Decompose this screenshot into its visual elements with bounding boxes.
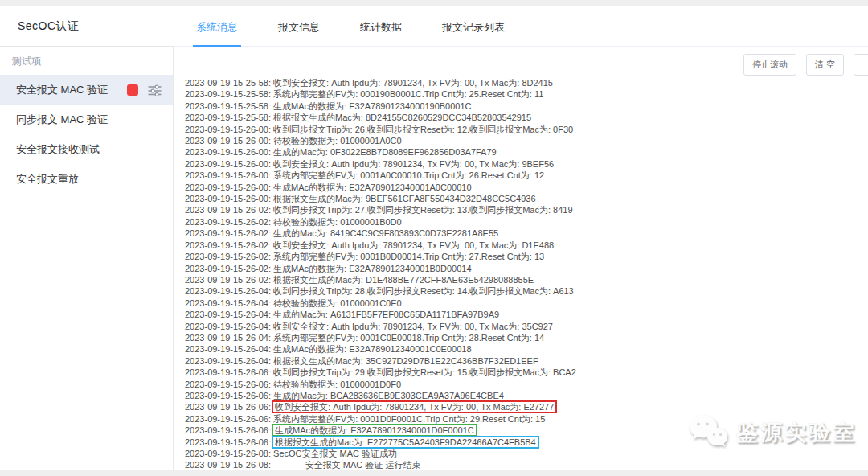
log-message: 根据报文生成的Mac为: 9BEF561CFA8F550434D32D48CC5… — [273, 194, 535, 203]
log-timestamp: 2023-09-19-15-26-08: — [185, 449, 273, 458]
sidebar-item-secure-msg-mac-verify[interactable]: 安全报文 MAC 验证 — [0, 75, 173, 105]
log-line: 2023-09-19-15-26-00: 收到同步报文Trip为: 26.收到同… — [185, 124, 868, 135]
log-line: 2023-09-19-15-26-00: 生成MAc的数据为: E32A7890… — [185, 182, 868, 193]
stop-icon[interactable] — [127, 84, 138, 96]
log-line: 2023-09-19-15-26-00: 收到安全报文: Auth Ipdu为:… — [185, 158, 868, 170]
log-message: 生成的Mac为: BCA283636EB9E303CEA9A37A96E4CBE… — [273, 391, 504, 400]
sidebar-item-sync-msg-mac-verify[interactable]: 同步报文 MAC 验证 — [0, 105, 173, 134]
sidebar-item-label: 安全报文 MAC 验证 — [16, 83, 127, 97]
log-timestamp: 2023-09-19-15-26-02: — [185, 240, 273, 250]
log-line: 2023-09-19-15-26-06: 根据报文生成的Mac为: E27277… — [185, 437, 868, 448]
tab-statistics[interactable]: 统计数据 — [357, 9, 405, 47]
log-timestamp: 2023-09-19-15-26-06: — [185, 402, 273, 412]
stop-scroll-button[interactable]: 停止滚动 — [743, 54, 796, 76]
log-timestamp: 2023-09-19-15-26-02: — [185, 264, 273, 273]
log-message: 生成的Mac为: 8419C4C9C9F803893C0D73E2281A8E5… — [273, 228, 498, 238]
log-line: 2023-09-19-15-26-08: SecOC安全报文 MAC 验证成功 — [185, 448, 868, 459]
log-panel: 停止滚动 清 空 2023-09-19-15-25-58: 收到安全报文: Au… — [174, 47, 868, 470]
sidebar-item-secure-msg-replay[interactable]: 安全报文重放 — [0, 164, 173, 194]
log-message: 收到同步报文Trip为: 26.收到同步报文Reset为: 12.收到同步报文M… — [273, 125, 573, 134]
header: SecOC认证 系统消息报文信息统计数据报文记录列表 — [0, 6, 868, 47]
log-timestamp: 2023-09-19-15-26-06: — [185, 367, 273, 377]
log-line: 2023-09-19-15-26-00: 根据报文生成的Mac为: 9BEF56… — [185, 193, 868, 204]
log-message: 生成的Mac为: A6131FB5F7EF08C65DA1171BFA97B9A… — [273, 310, 499, 319]
sidebar-item-label: 同步报文 MAC 验证 — [16, 113, 162, 127]
tab-message-info[interactable]: 报文信息 — [275, 9, 323, 47]
log-line: 2023-09-19-15-26-04: 收到安全报文: Auth Ipdu为:… — [185, 321, 868, 332]
log-line: 2023-09-19-15-26-02: 收到同步报文Trip为: 27.收到同… — [185, 204, 868, 215]
log-timestamp: 2023-09-19-15-25-58: — [185, 113, 273, 122]
sidebar: 测试项 安全报文 MAC 验证同步报文 MAC 验证安全报文接收测试安全报文重放 — [0, 47, 174, 470]
log-timestamp: 2023-09-19-15-26-00: — [185, 170, 273, 180]
log-message: 根据报文生成的Mac为: 8D24155C8260529DCC34B528035… — [273, 113, 531, 122]
log-line: 2023-09-19-15-26-04: 收到同步报文Trip为: 28.收到同… — [185, 285, 868, 297]
log-line: 2023-09-19-15-26-02: 根据报文生成的Mac为: D1E488… — [185, 274, 868, 285]
log-line: 2023-09-19-15-25-58: 生成MAc的数据为: E32A7890… — [185, 101, 868, 112]
tab-message-record-list[interactable]: 报文记录列表 — [439, 9, 508, 47]
log-timestamp: 2023-09-19-15-26-04: — [185, 344, 273, 354]
log-timestamp: 2023-09-19-15-26-08: — [185, 460, 273, 470]
log-line: 2023-09-19-15-25-58: 系统内部完整的FV为: 000190B… — [185, 88, 868, 100]
log-message: 生成MAc的数据为: E32A789012340001A0C00010 — [273, 183, 471, 192]
log-message: 待校验的数据为: 01000001B0D0 — [273, 217, 402, 227]
tab-system-messages[interactable]: 系统消息 — [193, 9, 241, 47]
log-line: 2023-09-19-15-26-06: 生成MAc的数据为: E32A7890… — [185, 425, 868, 436]
log-line: 2023-09-19-15-26-04: 生成MAc的数据为: E32A7890… — [185, 343, 868, 355]
log-timestamp: 2023-09-19-15-26-00: — [185, 136, 273, 146]
log-timestamp: 2023-09-19-15-25-58: — [185, 101, 273, 111]
log-line: 2023-09-19-15-25-58: 收到安全报文: Auth Ipdu为:… — [185, 77, 868, 88]
log-message: 待校验的数据为: 01000001C0E0 — [273, 298, 402, 308]
log-line: 2023-09-19-15-26-06: 收到安全报文: Auth Ipdu为:… — [185, 401, 868, 412]
log-line: 2023-09-19-15-26-04: 根据报文生成的Mac为: 35C927… — [185, 355, 868, 367]
log-timestamp: 2023-09-19-15-26-06: — [185, 380, 273, 389]
log-message-highlighted-green: 生成MAc的数据为: E32A789012340001D0F0001C — [273, 425, 476, 435]
log-timestamp: 2023-09-19-15-26-04: — [185, 322, 273, 331]
log-message: 生成MAc的数据为: E32A789012340001C0E00018 — [273, 344, 471, 354]
log-timestamp: 2023-09-19-15-26-00: — [185, 147, 273, 157]
log-line: 2023-09-19-15-26-06: 收到同步报文Trip为: 29.收到同… — [185, 367, 868, 378]
log-message: ---------- 安全报文 MAC 验证 运行结束 ---------- — [273, 460, 452, 470]
log-timestamp: 2023-09-19-15-26-06: — [185, 391, 273, 400]
cutoff-button[interactable] — [854, 54, 868, 76]
tab-bar: 系统消息报文信息统计数据报文记录列表 — [174, 6, 868, 47]
log-timestamp: 2023-09-19-15-26-06: — [185, 425, 273, 435]
log-line: 2023-09-19-15-26-00: 系统内部完整的FV为: 0001A0C… — [185, 170, 868, 181]
log-line: 2023-09-19-15-26-00: 待校验的数据为: 01000001A0… — [185, 135, 868, 146]
log-message: 收到安全报文: Auth Ipdu为: 78901234, Tx FV为: 00… — [273, 159, 554, 169]
log-message: 待校验的数据为: 01000001A0C0 — [273, 136, 402, 146]
log-message: 系统内部完整的FV为: 0001D0F0001C.Trip Cnt为: 29.R… — [273, 414, 545, 424]
log-line: 2023-09-19-15-26-04: 系统内部完整的FV为: 0001C0E… — [185, 332, 868, 343]
log-line: 2023-09-19-15-25-58: 根据报文生成的Mac为: 8D2415… — [185, 112, 868, 123]
log-message-highlighted-cyan: 根据报文生成的Mac为: E272775C5A2403F9DA22466A7C4… — [273, 437, 538, 447]
top-margin-strip — [0, 0, 868, 6]
log-timestamp: 2023-09-19-15-26-00: — [185, 125, 273, 134]
log-message: 收到安全报文: Auth Ipdu为: 78901234, Tx FV为: 00… — [273, 78, 553, 88]
log-timestamp: 2023-09-19-15-26-00: — [185, 194, 273, 203]
secoc-app-window: SecOC认证 系统消息报文信息统计数据报文记录列表 测试项 安全报文 MAC … — [0, 0, 868, 476]
log-message: 系统内部完整的FV为: 000190B0001C.Trip Cnt为: 25.R… — [273, 89, 543, 99]
log-timestamp: 2023-09-19-15-25-58: — [185, 78, 273, 88]
tune-settings-icon[interactable] — [148, 84, 162, 96]
log-message: 收到安全报文: Auth Ipdu为: 78901234, Tx FV为: 00… — [273, 240, 554, 250]
header-left: SecOC认证 — [0, 6, 174, 47]
log-timestamp: 2023-09-19-15-26-04: — [185, 310, 273, 319]
log-line: 2023-09-19-15-26-06: 生成的Mac为: BCA283636E… — [185, 390, 868, 401]
log-timestamp: 2023-09-19-15-26-04: — [185, 333, 273, 343]
log-line: 2023-09-19-15-26-06: 系统内部完整的FV为: 0001D0F… — [185, 413, 868, 425]
sidebar-item-secure-msg-receive-test[interactable]: 安全报文接收测试 — [0, 134, 173, 164]
log-message: 收到同步报文Trip为: 29.收到同步报文Reset为: 15.收到同步报文M… — [273, 367, 576, 377]
log-message: 生成MAc的数据为: E32A78901234000190B0001C — [273, 101, 471, 111]
page-title: SecOC认证 — [18, 19, 80, 34]
log-timestamp: 2023-09-19-15-26-02: — [185, 205, 273, 215]
log-message: SecOC安全报文 MAC 验证成功 — [273, 449, 397, 458]
sidebar-item-list: 安全报文 MAC 验证同步报文 MAC 验证安全报文接收测试安全报文重放 — [0, 75, 173, 194]
log-message-highlighted-red: 收到安全报文: Auth Ipdu为: 78901234, Tx FV为: 00… — [273, 402, 555, 412]
log-message: 收到同步报文Trip为: 28.收到同步报文Reset为: 14.收到同步报文M… — [273, 286, 574, 296]
log-timestamp: 2023-09-19-15-25-58: — [185, 89, 273, 99]
log-timestamp: 2023-09-19-15-26-02: — [185, 228, 273, 238]
sidebar-section-label: 测试项 — [0, 47, 173, 75]
system-message-log[interactable]: 2023-09-19-15-25-58: 收到安全报文: Auth Ipdu为:… — [174, 77, 868, 471]
log-timestamp: 2023-09-19-15-26-02: — [185, 275, 273, 285]
clear-button[interactable]: 清 空 — [806, 54, 844, 76]
log-line: 2023-09-19-15-26-04: 待校验的数据为: 01000001C0… — [185, 298, 868, 309]
